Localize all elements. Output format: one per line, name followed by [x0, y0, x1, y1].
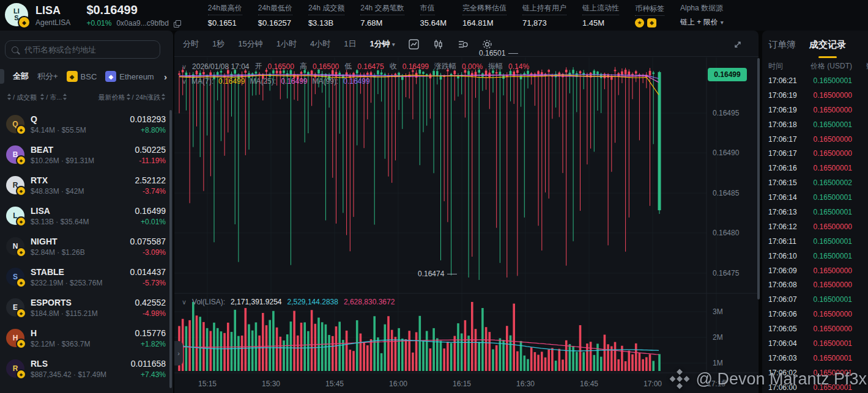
trade-price: 0.16500000 [814, 222, 852, 231]
sidebar-tab-全部[interactable]: 全部 [13, 71, 29, 82]
trade-time: 17:06:09 [768, 266, 797, 275]
chain-tabs: 全部积分+◆BSC◆Ethereum› [0, 68, 173, 84]
token-24h-change: +7.43% [131, 370, 166, 379]
token-last-price: 0.014437 [130, 267, 166, 277]
token-24h-change: -4.98% [135, 309, 166, 318]
trade-row: 17:06:040.16500001 [768, 336, 868, 351]
ohlc-datetime: 2026/01/08 17:04 [192, 62, 249, 71]
contract-address[interactable]: 0x0aa9...c9bfbd [116, 19, 168, 28]
token-icon: Q◆ [6, 115, 24, 133]
token-vol-mcap: $2.12M · $363.7M [31, 340, 90, 348]
trade-price: 0.16500000 [814, 149, 852, 158]
trade-row: 17:06:060.16500000 [768, 307, 868, 321]
sidebar-scrollbar[interactable] [169, 110, 172, 388]
search-input[interactable] [23, 45, 154, 55]
token-row-LISA[interactable]: L◆LISA$3.13B · $35.64M0.16499+0.01% [0, 200, 173, 231]
token-row-BEAT[interactable]: B◆BEAT$10.26M · $91.31M0.50225-11.19% [0, 139, 173, 170]
token-symbol: RLS [31, 359, 106, 369]
tabs-more-chevron-icon[interactable]: › [164, 72, 167, 82]
trade-time: 17:06:18 [768, 120, 797, 129]
trade-row: 17:06:080.16500000 [768, 277, 868, 292]
tag-bsc-icon[interactable]: ◆ [647, 18, 656, 28]
stat-label: 24h最高价 [208, 3, 242, 15]
sort-price-change[interactable]: 最新价格/ 24h涨跌 [98, 93, 167, 102]
stat-label: 24h最低价 [258, 3, 292, 15]
svg-text:1M: 1M [713, 359, 723, 367]
token-24h-change: -3.74% [135, 187, 166, 196]
trade-time: 17:06:19 [768, 91, 797, 100]
token-search[interactable] [5, 40, 160, 59]
sort-mcap[interactable]: / 市... [39, 93, 69, 102]
collapse-caret-icon[interactable] [182, 62, 187, 71]
trade-price: 0.16500001 [814, 252, 852, 260]
token-row-RLS[interactable]: R◆RLS$887,345.42 · $17.49M0.011658+7.43% [0, 353, 173, 384]
token-icon: N◆ [6, 237, 24, 255]
trades-scrollbar[interactable] [757, 58, 760, 299]
list-column-headers: / 成交额 / 市... 最新价格/ 24h涨跌 [6, 92, 167, 103]
tab-scroll-pill[interactable] [0, 69, 4, 84]
trade-time: 17:06:11 [768, 237, 796, 246]
ma-value: 0.16499 [343, 77, 369, 86]
fullscreen-icon[interactable] [732, 39, 743, 50]
stat-value: $0.16257 [258, 18, 292, 28]
trade-price: 0.16500001 [814, 339, 852, 348]
trade-price: 0.16500001 [814, 295, 852, 304]
sidebar-tab-Ethereum[interactable]: ◆Ethereum [105, 71, 154, 82]
token-row-STABLE[interactable]: S◆STABLE$232.19M · $253.76M0.014437-5.73… [0, 262, 173, 292]
header-stat: 链上持有用户71,873 [522, 3, 566, 28]
token-icon: R◆ [6, 359, 24, 378]
bsc-chain-badge-icon: ◆ [16, 155, 26, 166]
alpha-source-dropdown[interactable]: 链上 + 限价 [680, 17, 724, 28]
token-last-price: 0.15776 [135, 328, 166, 338]
ohlc-amplitude: 0.14% [508, 62, 529, 71]
header-stat: 24h最高价$0.1651 [208, 3, 242, 28]
ma-collapse-caret-icon[interactable] [182, 77, 187, 86]
token-price: $0.16499 [86, 3, 179, 17]
token-last-price: 0.42552 [135, 298, 166, 307]
trade-price: 0.16500000 [814, 310, 852, 318]
copy-icon[interactable] [174, 20, 180, 26]
trade-time: 17:06:07 [768, 295, 797, 304]
tab-orderbook[interactable]: 订单簿 [768, 39, 796, 56]
token-list: Q◆Q$4.14M · $55.5M0.018293+8.80%B◆BEAT$1… [0, 109, 173, 384]
ohlc-open: 0.16500 [267, 62, 294, 71]
tag-medal-icon[interactable]: ★ [635, 18, 644, 28]
trade-time: 17:06:05 [768, 325, 797, 333]
svg-text:0.16480: 0.16480 [713, 229, 740, 237]
bsc-chain-badge-icon: ◆ [16, 216, 26, 227]
trade-row: 17:06:100.16500001 [768, 249, 868, 263]
bsc-chain-badge-icon: ◆ [18, 16, 31, 29]
sidebar-collapse-handle[interactable]: › [174, 341, 183, 365]
svg-text:16:15: 16:15 [453, 380, 471, 388]
trade-time: 17:06:17 [768, 149, 797, 158]
sidebar-tab-BSC[interactable]: ◆BSC [67, 71, 97, 82]
sidebar-tab-积分+[interactable]: 积分+ [37, 71, 58, 82]
token-vol-mcap: $48.83M · $42M [31, 187, 84, 196]
trade-price: 0.16500001 [814, 193, 852, 202]
trade-time: 17:06:21 [768, 76, 797, 85]
token-vol-mcap: $232.19M · $253.76M [31, 279, 102, 287]
token-row-Q[interactable]: Q◆Q$4.14M · $55.5M0.018293+8.80% [0, 109, 173, 139]
token-vol-mcap: $887,345.42 · $17.49M [31, 370, 106, 379]
tab-trade-history[interactable]: 成交记录 [809, 39, 846, 56]
svg-text:3M: 3M [713, 307, 723, 316]
token-row-H[interactable]: H◆H$2.12M · $363.7M0.15776+1.82% [0, 323, 173, 353]
trade-time: 17:06:04 [768, 339, 797, 348]
vol-collapse-caret-icon[interactable] [182, 298, 187, 306]
svg-text:0.16485: 0.16485 [713, 189, 740, 197]
vol-ma10: 2,628,830.3672 [344, 298, 395, 306]
token-row-RTX[interactable]: R◆RTX$48.83M · $42M2.52122-3.74% [0, 170, 173, 200]
stat-label: 链上持有用户 [522, 3, 566, 15]
ma-label: MA(99): [313, 77, 339, 86]
sort-vol[interactable]: / 成交额 [6, 93, 37, 102]
token-row-ESPORTS[interactable]: E◆ESPORTS$184.8M · $115.21M0.42552-4.98% [0, 292, 173, 323]
header-stat: 市值35.64M [420, 3, 447, 28]
token-last-price: 0.16499 [135, 206, 166, 216]
trade-time: 17:06:03 [768, 354, 797, 362]
ma-readout: MA(7):0.16499MA(25):0.16499MA(99):0.1649… [182, 77, 370, 86]
token-symbol: NIGHT [31, 237, 85, 246]
token-row-NIGHT[interactable]: N◆NIGHT$2.84M · $1.26B0.075587-3.09% [0, 231, 173, 262]
token-vol-mcap: $3.13B · $35.64M [31, 218, 89, 226]
stat-label: 24h 交易笔数 [360, 3, 404, 15]
ohlc-high: 0.16500 [313, 62, 339, 71]
